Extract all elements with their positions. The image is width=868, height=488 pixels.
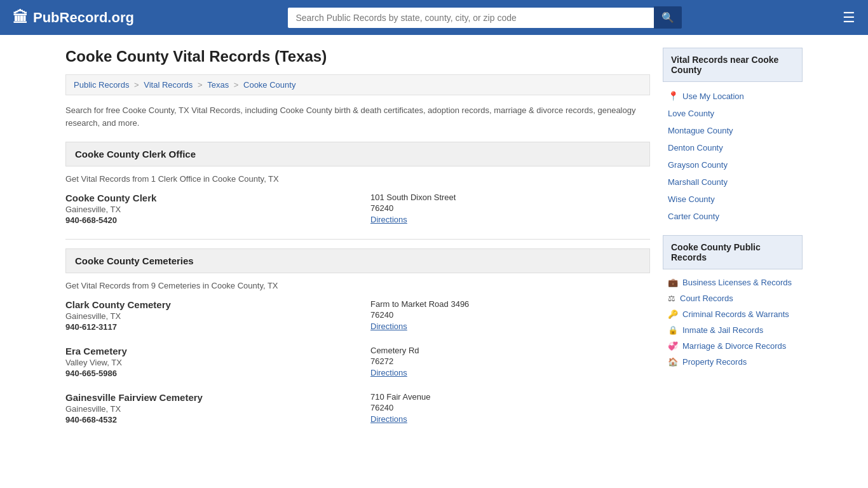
logo-link[interactable]: 🏛 PubRecord.org	[13, 9, 134, 27]
record-directions-era: Directions	[370, 367, 650, 377]
record-street-era: Cemetery Rd	[370, 346, 650, 355]
breadcrumb-texas[interactable]: Texas	[207, 80, 229, 90]
logo-icon: 🏛	[13, 9, 28, 27]
criminal-records-link[interactable]: Criminal Records & Warrants	[682, 309, 789, 319]
sidebar-item-wise[interactable]: Wise County	[663, 191, 803, 208]
logo-text: PubRecord.org	[33, 10, 134, 26]
record-entry-clark: Clark County Cemetery Gainesville, TX 94…	[65, 299, 650, 333]
record-right-clerk: 101 South Dixon Street 76240 Directions	[370, 193, 650, 226]
sidebar-public-list: 💼 Business Licenses & Records ⚖ Court Re…	[663, 274, 803, 370]
record-phone-era: 940-665-5986	[65, 369, 345, 378]
record-directions-clark: Directions	[370, 321, 650, 331]
record-entry-clerk: Cooke County Clerk Gainesville, TX 940-6…	[65, 193, 650, 226]
location-icon: 📍	[668, 91, 679, 101]
record-city-era: Valley View, TX	[65, 358, 345, 367]
directions-link-clark[interactable]: Directions	[370, 322, 407, 331]
breadcrumb-vital-records[interactable]: Vital Records	[144, 80, 193, 90]
business-records-link[interactable]: Business Licenses & Records	[682, 278, 792, 287]
record-zip-gf: 76240	[370, 403, 650, 412]
record-name-gf: Gainesville Fairview Cemetery	[65, 392, 345, 403]
montague-county-link[interactable]: Montague County	[668, 126, 733, 135]
sidebar-item-denton[interactable]: Denton County	[663, 139, 803, 156]
clerk-section-header: Cooke County Clerk Office	[65, 142, 650, 166]
menu-button[interactable]: ☰	[843, 10, 855, 26]
cemeteries-section-desc: Get Vital Records from 9 Cemeteries in C…	[65, 281, 650, 290]
sidebar-nearby-list: 📍 Use My Location Love County Montague C…	[663, 87, 803, 225]
clerk-section-desc: Get Vital Records from 1 Clerk Office in…	[65, 174, 650, 184]
directions-link-clerk[interactable]: Directions	[370, 215, 407, 224]
public-record-business[interactable]: 💼 Business Licenses & Records	[663, 274, 803, 290]
record-name-clark: Clark County Cemetery	[65, 299, 345, 310]
cemeteries-section-header: Cooke County Cemeteries	[65, 248, 650, 273]
denton-county-link[interactable]: Denton County	[668, 143, 723, 152]
sidebar-item-grayson[interactable]: Grayson County	[663, 156, 803, 173]
search-input[interactable]	[288, 8, 654, 28]
record-right-gf: 710 Fair Avenue 76240 Directions	[370, 392, 650, 426]
record-left-gf: Gainesville Fairview Cemetery Gainesvill…	[65, 392, 345, 426]
record-phone-clark: 940-612-3117	[65, 322, 345, 332]
business-icon: 💼	[668, 278, 678, 287]
marshall-county-link[interactable]: Marshall County	[668, 177, 728, 187]
sidebar-item-montague[interactable]: Montague County	[663, 122, 803, 139]
record-entry-gainesville-fairview: Gainesville Fairview Cemetery Gainesvill…	[65, 392, 650, 426]
record-left-clark: Clark County Cemetery Gainesville, TX 94…	[65, 299, 345, 333]
record-name-era: Era Cemetery	[65, 346, 345, 356]
carter-county-link[interactable]: Carter County	[668, 212, 719, 221]
property-icon: 🏠	[668, 357, 678, 367]
love-county-link[interactable]: Love County	[668, 109, 714, 118]
inmate-records-link[interactable]: Inmate & Jail Records	[682, 325, 763, 335]
breadcrumb-sep-1: >	[134, 80, 141, 90]
public-record-marriage[interactable]: 💞 Marriage & Divorce Records	[663, 338, 803, 354]
record-zip-clark: 76240	[370, 310, 650, 320]
marriage-records-link[interactable]: Marriage & Divorce Records	[682, 341, 786, 351]
breadcrumb-public-records[interactable]: Public Records	[74, 80, 129, 90]
sidebar-public-records-title: Cooke County Public Records	[663, 235, 803, 269]
page-description: Search for free Cooke County, TX Vital R…	[65, 104, 650, 129]
public-record-inmate[interactable]: 🔒 Inmate & Jail Records	[663, 322, 803, 338]
use-location-item: 📍 Use My Location	[663, 87, 803, 105]
breadcrumb: Public Records > Vital Records > Texas >…	[65, 74, 650, 95]
page-title: Cooke County Vital Records (Texas)	[65, 48, 650, 65]
breadcrumb-cooke-county[interactable]: Cooke County	[243, 80, 295, 90]
marriage-icon: 💞	[668, 341, 678, 351]
use-location-link[interactable]: Use My Location	[682, 92, 744, 101]
sidebar-item-love[interactable]: Love County	[663, 105, 803, 122]
record-zip-clerk: 76240	[370, 203, 650, 213]
directions-link-gf[interactable]: Directions	[370, 414, 407, 424]
record-street-gf: 710 Fair Avenue	[370, 392, 650, 402]
breadcrumb-sep-3: >	[234, 80, 241, 90]
record-left-era: Era Cemetery Valley View, TX 940-665-598…	[65, 346, 345, 379]
main-content: Cooke County Vital Records (Texas) Publi…	[65, 48, 650, 438]
search-bar: 🔍	[288, 6, 682, 29]
record-right-clark: Farm to Market Road 3496 76240 Direction…	[370, 299, 650, 333]
sidebar-item-carter[interactable]: Carter County	[663, 208, 803, 225]
court-icon: ⚖	[668, 294, 675, 303]
record-left-clerk: Cooke County Clerk Gainesville, TX 940-6…	[65, 193, 345, 226]
record-zip-era: 76272	[370, 356, 650, 366]
sidebar-vital-records-title: Vital Records near Cooke County	[663, 48, 803, 82]
record-entry-era: Era Cemetery Valley View, TX 940-665-598…	[65, 346, 650, 379]
search-button[interactable]: 🔍	[654, 6, 682, 29]
sidebar-item-marshall[interactable]: Marshall County	[663, 173, 803, 191]
record-name-clerk: Cooke County Clerk	[65, 193, 345, 203]
record-directions-gf: Directions	[370, 414, 650, 424]
public-record-court[interactable]: ⚖ Court Records	[663, 290, 803, 306]
grayson-county-link[interactable]: Grayson County	[668, 160, 728, 170]
record-city-clark: Gainesville, TX	[65, 311, 345, 321]
wise-county-link[interactable]: Wise County	[668, 194, 715, 204]
breadcrumb-sep-2: >	[198, 80, 205, 90]
site-header: 🏛 PubRecord.org 🔍 ☰	[0, 0, 868, 35]
sidebar: Vital Records near Cooke County 📍 Use My…	[663, 48, 803, 438]
record-city-gf: Gainesville, TX	[65, 404, 345, 414]
record-city-clerk: Gainesville, TX	[65, 205, 345, 214]
directions-link-era[interactable]: Directions	[370, 368, 407, 377]
record-phone-gf: 940-668-4532	[65, 415, 345, 424]
public-record-property[interactable]: 🏠 Property Records	[663, 354, 803, 370]
record-street-clerk: 101 South Dixon Street	[370, 193, 650, 202]
court-records-link[interactable]: Court Records	[680, 294, 733, 303]
public-record-criminal[interactable]: 🔑 Criminal Records & Warrants	[663, 306, 803, 322]
record-phone-clerk: 940-668-5420	[65, 215, 345, 225]
criminal-icon: 🔑	[668, 309, 678, 319]
property-records-link[interactable]: Property Records	[682, 357, 747, 367]
record-right-era: Cemetery Rd 76272 Directions	[370, 346, 650, 379]
